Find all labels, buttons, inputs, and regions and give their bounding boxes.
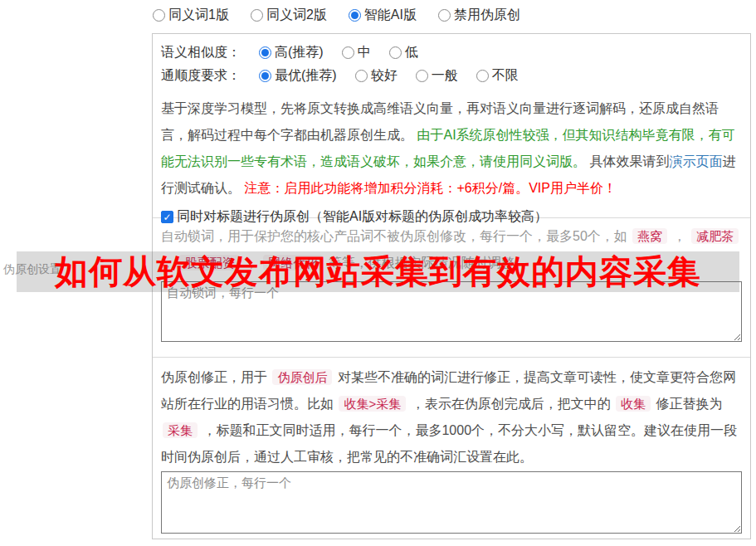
settings-panel: 语义相似度： 高(推荐) 中 低 通顺度要求： 最优(推荐) 较好 bbox=[152, 33, 751, 539]
inline-link[interactable]: 演示页面 bbox=[669, 154, 722, 168]
text-segment: ， bbox=[669, 229, 690, 243]
radio-label: 同义词1版 bbox=[168, 7, 229, 24]
text-segment: ， bbox=[161, 256, 178, 270]
lock-words-textarea[interactable] bbox=[161, 281, 742, 342]
radio-icon bbox=[476, 70, 489, 82]
radio-option-fluency-normal[interactable]: 一般 bbox=[416, 67, 458, 85]
keyword-chip: 网络优化 bbox=[263, 255, 323, 271]
radio-icon bbox=[153, 9, 165, 22]
correction-textarea[interactable] bbox=[161, 471, 742, 534]
checkbox-icon bbox=[161, 211, 173, 223]
radio-icon bbox=[389, 46, 402, 59]
radio-icon bbox=[355, 70, 368, 82]
keyword-chip: 燕窝 bbox=[632, 228, 667, 244]
radio-label: 智能AI版 bbox=[364, 7, 417, 24]
keyword-chip: 采集 bbox=[163, 422, 198, 438]
text-segment: 伪原创修正，用于 bbox=[161, 370, 271, 384]
lock-words-section: 自动锁词，用于保护您的核心产品词不被伪原创修改，每行一个，最多50个，如 燕窝 … bbox=[153, 217, 750, 357]
version-radio-group: 同义词1版 同义词2版 智能AI版 禁用伪原创 bbox=[153, 7, 520, 24]
radio-option-smart-ai[interactable]: 智能AI版 bbox=[349, 7, 417, 24]
radio-label: 不限 bbox=[492, 67, 519, 85]
fluency-row: 通顺度要求： 最优(推荐) 较好 一般 不限 bbox=[161, 64, 742, 87]
keyword-chip: 收集>采集 bbox=[339, 396, 406, 412]
radio-icon bbox=[438, 9, 451, 22]
radio-icon bbox=[342, 46, 354, 59]
text-segment: 具体效果请到 bbox=[589, 154, 669, 168]
radio-label: 一般 bbox=[432, 67, 458, 85]
ai-description-paragraph: 基于深度学习模型，先将原文转换成高维语义向量，再对语义向量进行逐词解码，还原成自… bbox=[161, 95, 742, 202]
radio-icon bbox=[349, 9, 361, 22]
text-segment: 等等，供根据实际情况随时调整。 bbox=[324, 256, 527, 270]
radio-option-synonym-v1[interactable]: 同义词1版 bbox=[153, 7, 229, 24]
radio-icon bbox=[251, 9, 263, 22]
radio-icon bbox=[416, 70, 428, 82]
keyword-chip: 股票配资 bbox=[179, 255, 239, 271]
radio-option-fluency-any[interactable]: 不限 bbox=[476, 67, 519, 85]
text-segment: ，标题和正文同时适用，每行一个，最多1000个，不分大小写，默认留空。建议在使用… bbox=[161, 423, 737, 464]
radio-option-synonym-v2[interactable]: 同义词2版 bbox=[251, 7, 327, 24]
radio-label: 较好 bbox=[371, 67, 398, 85]
fluency-label: 通顺度要求： bbox=[161, 67, 241, 85]
pseudo-original-settings-page: { "version_selector": { "options": [ { "… bbox=[0, 0, 756, 546]
radio-icon bbox=[259, 70, 271, 82]
correction-description: 伪原创修正，用于 伪原创后 对某些不准确的词汇进行修正，提高文章可读性，使文章更… bbox=[161, 364, 742, 470]
lock-words-description: 自动锁词，用于保护您的核心产品词不被伪原创修改，每行一个，最多50个，如 燕窝 … bbox=[161, 223, 742, 276]
text-segment: 修正替换为 bbox=[652, 397, 722, 411]
text-segment: 注意：启用此功能将增加积分消耗：+6积分/篇。VIP用户半价！ bbox=[244, 181, 616, 195]
radio-option-similarity-low[interactable]: 低 bbox=[389, 44, 418, 61]
text-segment: ，表示在伪原创完成后，把文中的 bbox=[407, 397, 614, 411]
radio-label: 最优(推荐) bbox=[275, 67, 337, 85]
correction-section: 伪原创修正，用于 伪原创后 对某些不准确的词汇进行修正，提高文章可读性，使文章更… bbox=[153, 357, 750, 539]
radio-label: 低 bbox=[405, 44, 418, 61]
text-segment: 自动锁词，用于保护您的核心产品词不被伪原创修改，每行一个，最多50个，如 bbox=[161, 229, 631, 243]
text-segment: ， bbox=[241, 256, 261, 270]
keyword-chip: 减肥茶 bbox=[691, 228, 739, 244]
radio-label: 禁用伪原创 bbox=[454, 7, 520, 24]
radio-label: 中 bbox=[358, 44, 371, 61]
radio-option-similarity-mid[interactable]: 中 bbox=[342, 44, 371, 61]
radio-option-fluency-good[interactable]: 较好 bbox=[355, 67, 398, 85]
ai-options-section: 语义相似度： 高(推荐) 中 低 通顺度要求： 最优(推荐) 较好 bbox=[153, 34, 750, 217]
radio-option-similarity-high[interactable]: 高(推荐) bbox=[259, 44, 324, 61]
semantic-similarity-label: 语义相似度： bbox=[161, 44, 241, 61]
radio-icon bbox=[259, 46, 271, 59]
keyword-chip: 收集 bbox=[616, 396, 651, 412]
radio-option-disable[interactable]: 禁用伪原创 bbox=[438, 7, 520, 24]
semantic-similarity-row: 语义相似度： 高(推荐) 中 低 bbox=[161, 41, 742, 64]
radio-label: 同义词2版 bbox=[266, 7, 327, 24]
form-row-label-pseudo-original-settings: 伪原创设置 bbox=[3, 262, 61, 277]
radio-option-fluency-best[interactable]: 最优(推荐) bbox=[259, 67, 337, 85]
keyword-chip: 伪原创后 bbox=[272, 369, 332, 385]
radio-label: 高(推荐) bbox=[275, 44, 324, 61]
